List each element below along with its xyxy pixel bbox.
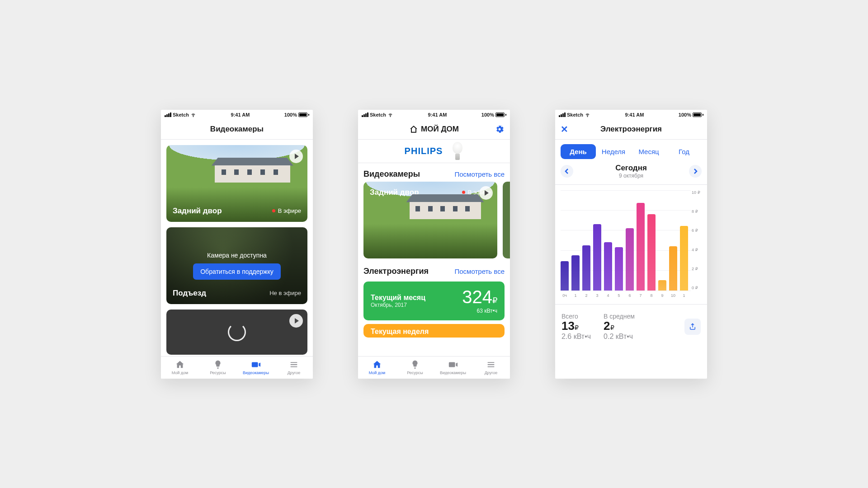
phone-energy: Sketch 9:41 AM 100% ✕ Электроэнергия Ден… bbox=[555, 110, 707, 379]
camera-card-loading[interactable] bbox=[166, 310, 307, 355]
tab-bar: Мой дом Ресурсы Видеокамеры Другое bbox=[358, 356, 510, 379]
status-bar: Sketch 9:41 AM 100% bbox=[555, 110, 707, 120]
philips-logo: PHILIPS bbox=[405, 146, 443, 156]
close-icon[interactable]: ✕ bbox=[561, 124, 568, 135]
nav-bar: МОЙ ДОМ bbox=[358, 120, 510, 140]
clock-label: 9:41 AM bbox=[231, 112, 250, 117]
nav-bar: Видеокамеры bbox=[161, 120, 313, 140]
chart-bar bbox=[637, 203, 645, 290]
chart-bar bbox=[669, 246, 677, 291]
chart-bar bbox=[680, 226, 688, 290]
chart-bar bbox=[561, 261, 569, 290]
total-block: Всего 13₽ 2.6 кВт•ч bbox=[561, 313, 591, 341]
phone-home: Sketch 9:41 AM 100% МОЙ ДОМ PHILIPS Виде… bbox=[358, 110, 510, 379]
tab-cameras[interactable]: Видеокамеры bbox=[237, 357, 275, 379]
page-title: Видеокамеры bbox=[210, 125, 264, 134]
camera-card-backyard[interactable]: Задний двор В эфире bbox=[363, 182, 497, 258]
svg-point-1 bbox=[498, 128, 500, 130]
seg-week[interactable]: Неделя bbox=[596, 144, 631, 159]
see-all-energy[interactable]: Посмотреть все bbox=[454, 267, 505, 275]
camera-card-entrance[interactable]: Камера не доступна Обратиться в поддержк… bbox=[166, 227, 307, 304]
tab-other[interactable]: Другое bbox=[275, 357, 313, 379]
play-icon[interactable] bbox=[289, 314, 303, 328]
offline-badge: Не в эфире bbox=[269, 290, 301, 296]
nav-bar: ✕ Электроэнергия bbox=[555, 120, 707, 140]
tab-cameras[interactable]: Видеокамеры bbox=[434, 357, 472, 379]
page-title: Электроэнергия bbox=[600, 125, 662, 134]
chart-bar bbox=[582, 245, 590, 291]
section-title-energy: Электроэнергия bbox=[363, 267, 429, 276]
tab-resources[interactable]: Ресурсы bbox=[199, 357, 237, 379]
signal-icon bbox=[165, 113, 171, 117]
chart-bar bbox=[615, 247, 623, 290]
chart-bar bbox=[658, 280, 666, 290]
live-badge: В эфире bbox=[272, 207, 301, 214]
chart-bar bbox=[571, 255, 580, 291]
camera-name: Задний двор bbox=[173, 206, 222, 216]
home-logo-icon bbox=[409, 125, 418, 134]
date-label: Сегодня 9 октября bbox=[615, 164, 647, 179]
chart-bar bbox=[626, 228, 634, 291]
tab-bar: Мой дом Ресурсы Видеокамеры Другое bbox=[161, 356, 313, 379]
chart-bar bbox=[604, 242, 612, 291]
segmented-control: День Неделя Месяц Год bbox=[555, 140, 707, 164]
see-all-cameras[interactable]: Посмотреть все bbox=[454, 170, 505, 178]
battery-label: 100% bbox=[284, 112, 297, 117]
spinner-icon bbox=[228, 323, 246, 341]
phone-cameras: Sketch 9:41 AM 100% Видеокамеры Зад bbox=[161, 110, 313, 379]
share-button[interactable] bbox=[684, 319, 701, 335]
tab-resources[interactable]: Ресурсы bbox=[396, 357, 434, 379]
camera-name: Подъезд bbox=[173, 289, 206, 298]
tab-home[interactable]: Мой дом bbox=[358, 357, 396, 379]
page-title: МОЙ ДОМ bbox=[409, 125, 459, 134]
seg-year[interactable]: Год bbox=[666, 144, 702, 159]
tab-other[interactable]: Другое bbox=[472, 357, 510, 379]
section-title-cameras: Видеокамеры bbox=[363, 169, 420, 179]
seg-month[interactable]: Месяц bbox=[631, 144, 666, 159]
support-button[interactable]: Обратиться в поддержку bbox=[193, 263, 281, 280]
status-bar: Sketch 9:41 AM 100% bbox=[358, 110, 510, 120]
play-icon[interactable] bbox=[289, 150, 303, 163]
unavailable-label: Камера не доступна bbox=[207, 252, 267, 259]
status-bar: Sketch 9:41 AM 100% bbox=[161, 110, 313, 120]
promo-banner[interactable]: PHILIPS bbox=[358, 140, 510, 163]
carrier-label: Sketch bbox=[173, 112, 189, 117]
wifi-icon bbox=[190, 112, 196, 117]
chart-bar bbox=[647, 214, 656, 291]
play-icon[interactable] bbox=[479, 186, 493, 200]
bulb-icon bbox=[452, 142, 463, 160]
gear-icon[interactable] bbox=[495, 124, 505, 134]
tab-home[interactable]: Мой дом bbox=[161, 357, 199, 379]
battery-icon bbox=[298, 113, 309, 117]
energy-card-week[interactable]: Текущая неделя bbox=[363, 324, 505, 338]
house-illustration bbox=[212, 158, 293, 183]
seg-day[interactable]: День bbox=[561, 144, 596, 159]
camera-card-backyard[interactable]: Задний двор В эфире bbox=[166, 145, 307, 222]
average-block: В среднем 2₽ 0.2 кВт•ч bbox=[604, 313, 635, 341]
energy-chart: 10 ₽8 ₽6 ₽4 ₽2 ₽0 ₽ 0ч123456789101 bbox=[555, 184, 707, 298]
chart-bar bbox=[593, 224, 601, 291]
next-day-button[interactable] bbox=[689, 165, 702, 178]
camera-card-peek[interactable] bbox=[503, 182, 510, 258]
energy-card-month[interactable]: Текущий месяц Октябрь, 2017 324₽ 63 кВт•… bbox=[363, 282, 505, 320]
prev-day-button[interactable] bbox=[561, 165, 573, 178]
